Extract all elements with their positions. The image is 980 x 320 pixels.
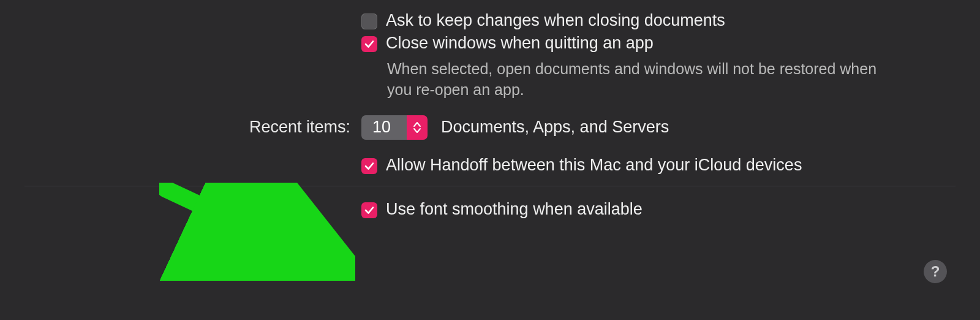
section-divider (24, 186, 956, 186)
recent-items-suffix: Documents, Apps, and Servers (441, 118, 669, 137)
label-close-windows: Close windows when quitting an app (386, 34, 654, 53)
recent-items-value: 10 (361, 115, 407, 140)
question-mark-icon: ? (931, 263, 940, 280)
option-row-handoff: Allow Handoff between this Mac and your … (0, 156, 980, 175)
chevron-up-icon (413, 121, 421, 128)
checkbox-close-windows[interactable] (361, 36, 377, 52)
label-ask-keep-changes: Ask to keep changes when closing documen… (386, 11, 725, 30)
general-preferences-panel: Ask to keep changes when closing documen… (0, 0, 980, 320)
option-row-ask-keep-changes: Ask to keep changes when closing documen… (0, 11, 980, 30)
checkbox-ask-keep-changes[interactable] (361, 13, 377, 29)
chevron-down-icon (413, 128, 421, 134)
checkmark-icon (364, 205, 375, 216)
checkmark-icon (364, 39, 375, 50)
stepper-arrows-icon (407, 115, 428, 140)
label-handoff: Allow Handoff between this Mac and your … (386, 156, 802, 175)
option-row-close-windows: Close windows when quitting an app (0, 34, 980, 53)
checkbox-handoff[interactable] (361, 158, 377, 174)
annotation-arrow-icon (159, 183, 355, 281)
checkmark-icon (364, 161, 375, 172)
option-row-font-smoothing: Use font smoothing when available (0, 200, 980, 219)
help-button[interactable]: ? (924, 260, 947, 283)
recent-items-field-label: Recent items: (249, 118, 350, 136)
recent-items-stepper[interactable]: 10 (361, 115, 428, 140)
recent-items-row: Recent items: 10 Documents, Apps, and Se… (0, 115, 980, 140)
checkbox-font-smoothing[interactable] (361, 202, 377, 218)
label-font-smoothing: Use font smoothing when available (386, 200, 643, 219)
close-windows-explain: When selected, open documents and window… (387, 59, 883, 101)
